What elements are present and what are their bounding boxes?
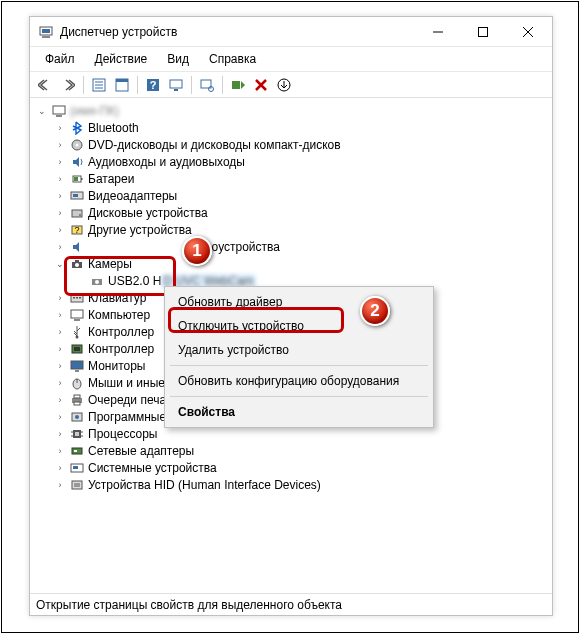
window-controls [415,18,550,46]
svg-rect-53 [74,395,80,398]
context-scan-hardware[interactable]: Обновить конфигурацию оборудования [168,369,430,393]
context-disable-device[interactable]: Отключить устройство [168,314,430,338]
tree-item-hid[interactable]: › Устройства HID (Human Interface Device… [32,476,550,493]
statusbar: Открытие страницы свойств для выделенног… [30,593,552,615]
svg-rect-1 [42,36,50,38]
usb-icon [69,324,85,340]
tree-item-sound-video[interactable]: › Звуковые, видео и идеоустройства [32,238,550,255]
svg-point-31 [79,214,81,216]
disk-icon [69,205,85,221]
svg-point-45 [76,335,79,338]
svg-rect-66 [73,466,78,469]
tree-label: Контроллер [88,325,154,339]
computer-icon [51,103,67,119]
minimize-button[interactable] [415,18,460,46]
menubar: Файл Действие Вид Справка [30,47,552,72]
forward-button[interactable] [57,74,79,96]
tree-item-disk[interactable]: › Дисковые устройства [32,204,550,221]
tree-label: Контроллер [88,342,154,356]
svg-point-38 [95,280,99,284]
menu-file[interactable]: Файл [36,49,84,69]
svg-rect-19 [232,81,240,89]
toolbar: ? [30,72,552,98]
tree-item-audio[interactable]: › Аудиовходы и аудиовыходы [32,153,550,170]
menu-view[interactable]: Вид [158,49,198,69]
root-node[interactable]: ⌄ (имя-ПК) [32,102,550,119]
svg-rect-36 [75,260,79,262]
battery-icon [69,171,85,187]
expander-open-icon[interactable]: ⌄ [36,106,48,116]
storage-controller-icon [69,341,85,357]
network-adapter-icon [69,443,85,459]
scan-button[interactable] [196,74,218,96]
svg-rect-12 [116,79,128,82]
tree-label: Другие устройства [88,223,192,237]
properties-button[interactable] [111,74,133,96]
context-separator [170,396,428,397]
sound-video-icon [69,239,85,255]
tree-item-system[interactable]: › Системные устройства [32,459,550,476]
svg-rect-21 [53,106,65,114]
tree-item-dvd[interactable]: › DVD-дисководы и дисководы компакт-диск… [32,136,550,153]
svg-rect-44 [74,319,80,321]
svg-point-56 [75,415,79,419]
tree-item-network[interactable]: › Сетевые адаптеры [32,442,550,459]
svg-rect-2 [42,29,50,33]
cpu-icon [69,426,85,442]
svg-rect-58 [75,432,79,436]
svg-rect-15 [170,80,182,88]
camera-device-icon [89,273,105,289]
svg-rect-22 [56,115,62,117]
enable-button[interactable] [227,74,249,96]
maximize-button[interactable] [460,18,505,46]
device-tree[interactable]: ⌄ (имя-ПК) › Bluetooth › DVD-дисководы и… [30,98,552,593]
tree-label: Батареи [88,172,134,186]
tree-label: Мониторы [88,359,145,373]
tree-label: идеоустройства [191,240,280,254]
help-button[interactable]: ? [142,74,164,96]
svg-rect-49 [75,370,79,372]
tree-item-cameras[interactable]: ⌄ Камеры [32,255,550,272]
disc-drive-icon [69,137,85,153]
context-properties[interactable]: Свойства [168,400,430,424]
mouse-icon [69,375,85,391]
uninstall-button[interactable] [250,74,272,96]
tree-label: Устройства HID (Human Interface Devices) [88,478,321,492]
svg-rect-41 [76,297,78,299]
down-arrow-button[interactable] [273,74,295,96]
display-adapter-icon [69,188,85,204]
svg-rect-47 [74,347,80,351]
tree-label: DVD-дисководы и дисководы компакт-дисков [88,138,341,152]
svg-rect-42 [79,297,81,299]
svg-rect-4 [478,27,487,36]
expander-open-icon[interactable]: ⌄ [54,259,66,269]
back-button[interactable] [34,74,56,96]
svg-text:?: ? [150,79,157,91]
svg-rect-29 [73,194,78,197]
monitor-button[interactable] [165,74,187,96]
close-button[interactable] [505,18,550,46]
context-separator [170,365,428,366]
tree-item-video[interactable]: › Видеоадаптеры [32,187,550,204]
titlebar: Диспетчер устройств [30,17,552,47]
device-manager-window: Диспетчер устройств Файл Действие Вид Сп… [29,16,553,616]
tree-item-bluetooth[interactable]: › Bluetooth [32,119,550,136]
tree-item-battery[interactable]: › Батареи [32,170,550,187]
context-menu: Обновить драйвер Отключить устройство Уд… [164,286,434,428]
svg-rect-40 [73,297,75,299]
svg-rect-30 [72,210,82,217]
context-update-driver[interactable]: Обновить драйвер [168,290,430,314]
tree-label: Сетевые адаптеры [88,444,194,458]
computer-icon [69,307,85,323]
menu-action[interactable]: Действие [86,49,157,69]
tree-item-other[interactable]: › ? Другие устройства [32,221,550,238]
svg-rect-67 [72,481,82,489]
details-button[interactable] [88,74,110,96]
context-remove-device[interactable]: Удалить устройство [168,338,430,362]
tree-label: USB2.0 H [108,274,161,288]
app-icon [38,24,54,40]
tree-label: Компьютер [88,308,150,322]
tree-label: Клавиатур [88,291,146,305]
menu-help[interactable]: Справка [200,49,265,69]
window-title: Диспетчер устройств [60,25,415,39]
